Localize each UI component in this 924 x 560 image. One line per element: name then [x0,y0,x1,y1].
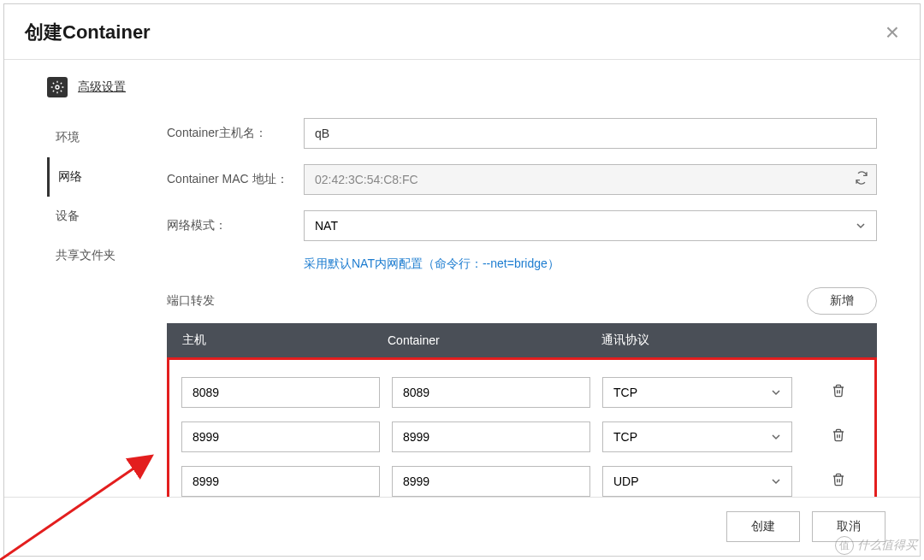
settings-content: Container主机名： Container MAC 地址： 网络模式： [167,118,877,497]
container-port-input[interactable] [392,466,590,497]
modal-title: 创建Container [25,20,151,45]
advanced-settings-link[interactable]: 高级设置 [78,80,126,95]
advanced-settings-row: 高级设置 [47,77,877,97]
settings-sidebar: 环境 网络 设备 共享文件夹 [47,118,150,497]
close-icon[interactable]: × [886,21,899,44]
table-row: TCP [169,415,874,459]
nav-item-env[interactable]: 环境 [47,118,150,157]
modal-footer: 创建 取消 [4,497,920,556]
port-forward-label: 端口转发 [167,293,215,309]
cancel-button[interactable]: 取消 [812,511,886,542]
create-container-modal: 创建Container × 高级设置 环境 网络 设备 共享文件夹 Contai… [3,3,921,557]
create-button[interactable]: 创建 [726,511,800,542]
trash-icon[interactable] [821,384,856,402]
modal-header: 创建Container × [4,4,920,60]
nav-item-network[interactable]: 网络 [47,157,150,197]
modal-body: 高级设置 环境 网络 设备 共享文件夹 Container主机名： Contai… [4,60,920,497]
netmode-hint-row: 采用默认NAT内网配置（命令行：--net=bridge） [304,256,877,272]
table-row: UDP [169,459,874,497]
add-port-button[interactable]: 新增 [807,287,877,315]
th-protocol: 通讯协议 [601,333,798,348]
svg-point-0 [56,85,59,89]
nav-item-device[interactable]: 设备 [47,197,150,236]
mac-label: Container MAC 地址： [167,172,304,187]
protocol-select[interactable]: TCP [602,421,792,452]
trash-icon[interactable] [821,473,856,491]
port-forward-header-row: 端口转发 新增 [167,287,877,315]
protocol-select[interactable]: TCP [602,377,792,408]
netmode-label: 网络模式： [167,218,304,233]
netmode-row: 网络模式： NAT [167,210,877,241]
hostname-row: Container主机名： [167,118,877,149]
port-forward-table: 主机 Container 通讯协议 TCP [167,323,877,497]
container-port-input[interactable] [392,377,590,408]
host-port-input[interactable] [181,421,380,452]
nav-item-shared-folder[interactable]: 共享文件夹 [47,236,150,275]
table-row: TCP [169,370,874,415]
th-container: Container [388,333,601,347]
netmode-select[interactable]: NAT [304,210,877,241]
pf-table-head: 主机 Container 通讯协议 [167,323,877,357]
container-port-input[interactable] [392,421,590,452]
body-layout: 环境 网络 设备 共享文件夹 Container主机名： Container M… [47,118,877,497]
hostname-input[interactable] [304,118,877,149]
trash-icon[interactable] [821,428,856,446]
netmode-hint: 采用默认NAT内网配置（命令行：--net=bridge） [304,256,560,270]
host-port-input[interactable] [181,466,380,497]
refresh-icon[interactable] [855,171,868,188]
hostname-label: Container主机名： [167,126,304,141]
mac-row: Container MAC 地址： [167,164,877,195]
protocol-select[interactable]: UDP [602,466,792,497]
pf-rows-highlight-box: TCP TCP [167,357,877,497]
gear-icon [47,77,68,97]
mac-input [304,164,877,195]
th-host: 主机 [182,333,388,348]
host-port-input[interactable] [181,377,380,408]
